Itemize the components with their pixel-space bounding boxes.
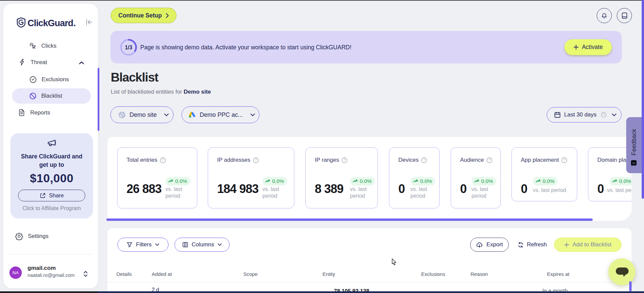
svg-text:?: ? — [603, 113, 605, 116]
svg-text:?: ? — [344, 158, 346, 162]
svg-text:?: ? — [162, 158, 164, 162]
svg-text:1/3: 1/3 — [125, 45, 132, 50]
svg-text:?: ? — [255, 158, 257, 162]
svg-text:?: ? — [563, 158, 565, 162]
svg-text:?: ? — [489, 158, 491, 162]
svg-text:?: ? — [423, 158, 425, 162]
